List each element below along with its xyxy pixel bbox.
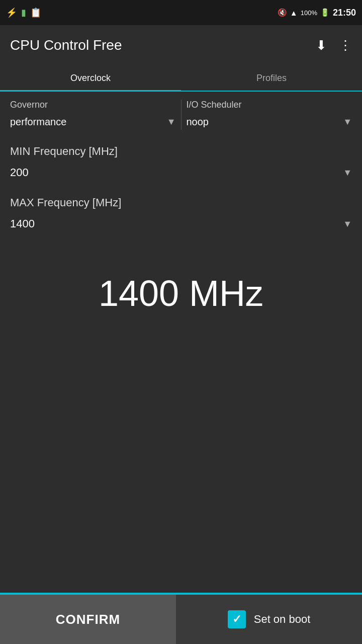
download-icon[interactable]: ⬇ <box>316 38 327 53</box>
mute-icon: 🔇 <box>278 8 287 17</box>
app-bar-actions: ⬇ ⋮ <box>316 38 352 53</box>
status-bar: ⚡ ▮ 📋 🔇 ▲ 100% 🔋 21:50 <box>0 0 362 25</box>
app-bar: CPU Control Free ⬇ ⋮ <box>0 25 362 65</box>
set-on-boot-label: Set on boot <box>254 613 311 626</box>
tab-profiles[interactable]: Profiles <box>181 65 362 91</box>
set-on-boot-toggle[interactable]: ✓ Set on boot <box>176 595 362 644</box>
max-freq-section: MAX Frequency [MHz] 1400 ▼ <box>0 181 362 232</box>
min-freq-selector[interactable]: 200 ▼ <box>10 164 352 181</box>
bottom-bar: CONFIRM ✓ Set on boot <box>0 594 362 644</box>
io-scheduler-label: I/O Scheduler <box>187 100 352 110</box>
set-on-boot-checkbox[interactable]: ✓ <box>228 610 246 628</box>
selector-divider <box>181 100 182 130</box>
selectors-row: Governor performance ▼ I/O Scheduler noo… <box>0 92 362 130</box>
content-area: Governor performance ▼ I/O Scheduler noo… <box>0 92 362 394</box>
governor-dropdown-arrow: ▼ <box>167 117 176 127</box>
min-freq-label: MIN Frequency [MHz] <box>10 145 352 158</box>
min-freq-dropdown-arrow: ▼ <box>343 168 352 178</box>
max-freq-dropdown-arrow: ▼ <box>343 219 352 229</box>
overflow-menu-icon[interactable]: ⋮ <box>339 38 352 53</box>
battery-percent: 100% <box>301 9 317 17</box>
governor-selector[interactable]: performance ▼ <box>10 114 176 130</box>
status-bar-left: ⚡ ▮ 📋 <box>6 7 41 18</box>
clock: 21:50 <box>333 8 356 18</box>
min-freq-section: MIN Frequency [MHz] 200 ▼ <box>0 130 362 181</box>
app-title: CPU Control Free <box>10 37 122 53</box>
status-bar-right: 🔇 ▲ 100% 🔋 21:50 <box>278 8 356 18</box>
io-scheduler-selector[interactable]: noop ▼ <box>187 114 352 130</box>
max-freq-selector[interactable]: 1400 ▼ <box>10 215 352 232</box>
tab-overclock[interactable]: Overclock <box>0 65 181 91</box>
checkmark-icon: ✓ <box>232 613 241 626</box>
large-freq-display: 1400 MHz <box>0 273 362 314</box>
tabs: Overclock Profiles <box>0 65 362 92</box>
large-freq-value: 1400 MHz <box>99 273 263 314</box>
max-freq-value: 1400 <box>10 217 35 230</box>
signal-icon: ▲ <box>290 9 298 17</box>
max-freq-label: MAX Frequency [MHz] <box>10 196 352 209</box>
governor-group: Governor performance ▼ <box>10 100 176 130</box>
governor-value: performance <box>10 116 66 128</box>
battery-indicator: ▮ <box>21 7 26 18</box>
usb-icon: ⚡ <box>6 7 17 18</box>
governor-label: Governor <box>10 100 176 110</box>
confirm-button[interactable]: CONFIRM <box>0 595 176 644</box>
doc-icon: 📋 <box>30 7 41 18</box>
io-scheduler-value: noop <box>187 116 209 128</box>
min-freq-value: 200 <box>10 166 29 179</box>
battery-icon: 🔋 <box>320 8 330 17</box>
io-dropdown-arrow: ▼ <box>343 117 352 127</box>
io-scheduler-group: I/O Scheduler noop ▼ <box>187 100 352 130</box>
